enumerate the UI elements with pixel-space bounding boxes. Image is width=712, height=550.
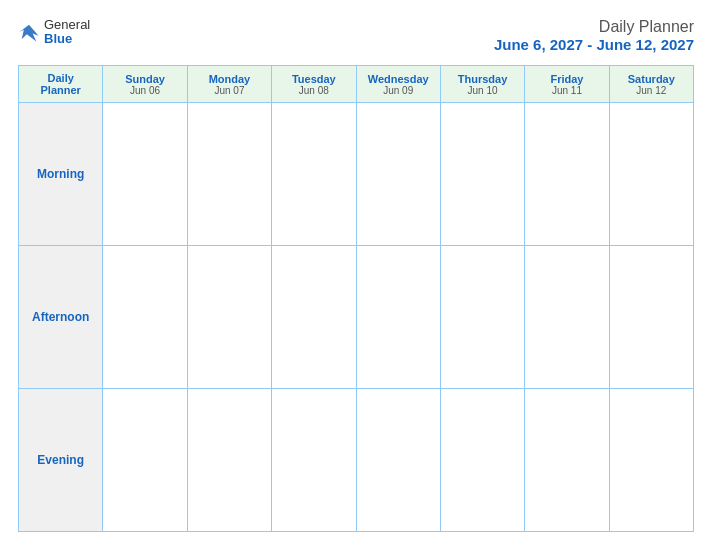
afternoon-wednesday[interactable] — [356, 246, 440, 389]
afternoon-tuesday[interactable] — [272, 246, 356, 389]
wednesday-label: Wednesday — [359, 73, 438, 85]
evening-wednesday[interactable] — [356, 389, 440, 532]
friday-date: Jun 11 — [527, 85, 606, 96]
evening-monday[interactable] — [187, 389, 271, 532]
title-block: Daily Planner June 6, 2027 - June 12, 20… — [494, 18, 694, 53]
header: General Blue Daily Planner June 6, 2027 … — [18, 18, 694, 53]
morning-friday[interactable] — [525, 103, 609, 246]
svg-marker-0 — [19, 25, 38, 42]
saturday-label: Saturday — [612, 73, 691, 85]
morning-tuesday[interactable] — [272, 103, 356, 246]
evening-saturday[interactable] — [609, 389, 693, 532]
sunday-date: Jun 06 — [105, 85, 184, 96]
evening-tuesday[interactable] — [272, 389, 356, 532]
morning-saturday[interactable] — [609, 103, 693, 246]
tuesday-label: Tuesday — [274, 73, 353, 85]
saturday-date: Jun 12 — [612, 85, 691, 96]
daily-planner-col-header: DailyPlanner — [21, 72, 100, 96]
column-headers: DailyPlanner Sunday Jun 06 Monday Jun 07… — [19, 66, 694, 103]
col-tuesday: Tuesday Jun 08 — [272, 66, 356, 103]
date-range: June 6, 2027 - June 12, 2027 — [494, 36, 694, 53]
row-afternoon: Afternoon — [19, 246, 694, 389]
col-saturday: Saturday Jun 12 — [609, 66, 693, 103]
logo-blue-text: Blue — [44, 32, 90, 46]
monday-label: Monday — [190, 73, 269, 85]
col-friday: Friday Jun 11 — [525, 66, 609, 103]
afternoon-label: Afternoon — [19, 246, 103, 389]
evening-sunday[interactable] — [103, 389, 187, 532]
afternoon-thursday[interactable] — [440, 246, 524, 389]
row-morning: Morning — [19, 103, 694, 246]
col-header-label: DailyPlanner — [19, 66, 103, 103]
col-monday: Monday Jun 07 — [187, 66, 271, 103]
afternoon-monday[interactable] — [187, 246, 271, 389]
afternoon-sunday[interactable] — [103, 246, 187, 389]
friday-label: Friday — [527, 73, 606, 85]
monday-date: Jun 07 — [190, 85, 269, 96]
logo-text: General Blue — [44, 18, 90, 47]
calendar-table: DailyPlanner Sunday Jun 06 Monday Jun 07… — [18, 65, 694, 532]
morning-wednesday[interactable] — [356, 103, 440, 246]
col-sunday: Sunday Jun 06 — [103, 66, 187, 103]
col-thursday: Thursday Jun 10 — [440, 66, 524, 103]
thursday-label: Thursday — [443, 73, 522, 85]
morning-monday[interactable] — [187, 103, 271, 246]
wednesday-date: Jun 09 — [359, 85, 438, 96]
thursday-date: Jun 10 — [443, 85, 522, 96]
morning-thursday[interactable] — [440, 103, 524, 246]
morning-label: Morning — [19, 103, 103, 246]
row-evening: Evening — [19, 389, 694, 532]
afternoon-friday[interactable] — [525, 246, 609, 389]
col-wednesday: Wednesday Jun 09 — [356, 66, 440, 103]
planner-title: Daily Planner — [494, 18, 694, 36]
evening-label: Evening — [19, 389, 103, 532]
logo-bird-icon — [18, 21, 40, 43]
afternoon-saturday[interactable] — [609, 246, 693, 389]
page: General Blue Daily Planner June 6, 2027 … — [0, 0, 712, 550]
tuesday-date: Jun 08 — [274, 85, 353, 96]
evening-thursday[interactable] — [440, 389, 524, 532]
morning-sunday[interactable] — [103, 103, 187, 246]
sunday-label: Sunday — [105, 73, 184, 85]
logo-general-text: General — [44, 18, 90, 32]
logo: General Blue — [18, 18, 90, 47]
evening-friday[interactable] — [525, 389, 609, 532]
